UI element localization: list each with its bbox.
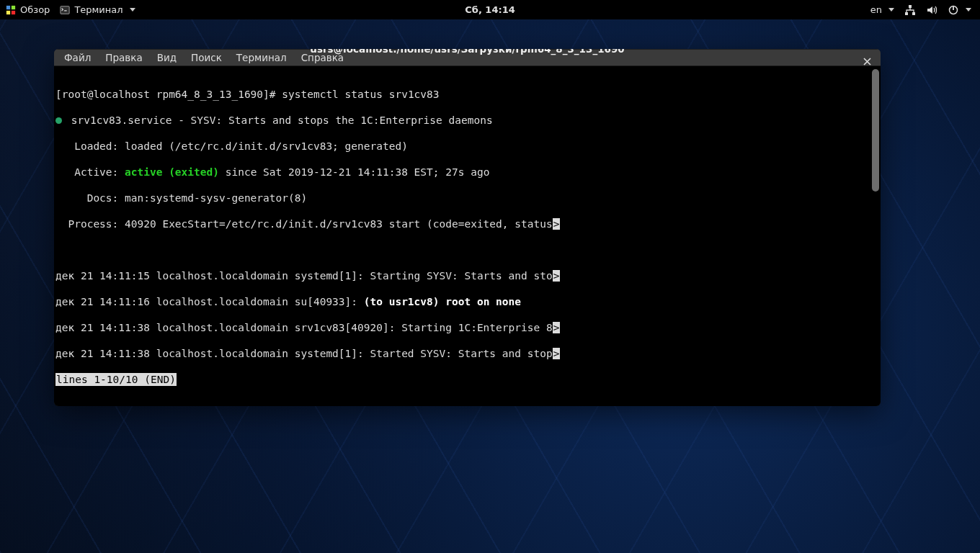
status-dot-icon	[55, 117, 62, 124]
svg-rect-0	[6, 5, 10, 9]
truncation-marker: >	[553, 218, 561, 230]
log-line-1: дек 21 14:11:15 localhost.localdomain sy…	[55, 270, 553, 282]
log-line-3: дек 21 14:11:38 localhost.localdomain sr…	[55, 322, 553, 333]
truncation-marker: >	[553, 270, 561, 282]
log-line-4: дек 21 14:11:38 localhost.localdomain sy…	[55, 348, 553, 359]
process-line: Process: 40920 ExecStart=/etc/rc.d/init.…	[55, 218, 553, 230]
menu-edit[interactable]: Правка	[98, 50, 149, 66]
svg-rect-7	[912, 12, 915, 15]
volume-icon	[926, 4, 937, 16]
chevron-down-icon	[888, 8, 894, 12]
chevron-down-icon	[966, 8, 971, 12]
activities-icon	[6, 5, 16, 15]
menu-terminal[interactable]: Терминал	[229, 50, 294, 66]
network-indicator[interactable]	[904, 4, 916, 16]
terminal-output: [root@localhost rpm64_8_3_13_1690]# syst…	[54, 66, 881, 406]
network-icon	[904, 4, 916, 16]
command: systemctl status srv1cv83	[282, 89, 439, 100]
app-menu[interactable]: Терминал	[60, 4, 135, 15]
keyboard-layout-indicator[interactable]: en	[870, 4, 894, 15]
svg-rect-5	[909, 5, 912, 8]
language-label: en	[870, 4, 882, 15]
app-menu-label: Терминал	[74, 4, 122, 15]
activities-label: Обзор	[20, 4, 50, 15]
scrollbar-thumb[interactable]	[872, 69, 879, 192]
volume-indicator[interactable]	[926, 4, 937, 16]
active-suffix: since Sat 2019-12-21 14:11:38 EST; 27s a…	[219, 166, 489, 178]
clock-label: Сб, 14:14	[465, 4, 514, 15]
svg-rect-6	[905, 12, 908, 15]
system-menu[interactable]	[948, 4, 971, 16]
terminal-app-icon	[60, 5, 70, 15]
activities-button[interactable]: Обзор	[6, 4, 50, 15]
loaded-line: Loaded: loaded (/etc/rc.d/init.d/srv1cv8…	[55, 140, 881, 153]
menu-search[interactable]: Поиск	[184, 50, 229, 66]
docs-line: Docs: man:systemd-sysv-generator(8)	[55, 192, 881, 204]
power-icon	[948, 4, 959, 16]
truncation-marker: >	[553, 348, 561, 359]
menu-view[interactable]: Вид	[150, 50, 184, 66]
unit-line: srv1cv83.service - SYSV: Starts and stop…	[71, 114, 493, 126]
svg-rect-3	[12, 10, 15, 14]
log-line-2-prefix: дек 21 14:11:16 localhost.localdomain su…	[55, 296, 364, 307]
log-line-2-bold: (to usr1cv8) root on none	[364, 296, 521, 307]
active-prefix: Active:	[55, 166, 125, 178]
menu-file[interactable]: Файл	[57, 50, 98, 66]
svg-rect-2	[6, 10, 10, 14]
close-icon	[863, 58, 871, 66]
chevron-down-icon	[130, 8, 135, 12]
prompt: [root@localhost rpm64_8_3_13_1690]#	[55, 89, 282, 100]
active-state: active (exited)	[125, 166, 219, 178]
clock[interactable]: Сб, 14:14	[465, 4, 514, 15]
window-titlebar[interactable]: usrs@localhost:/home/usrs/Загрузки/rpm64…	[54, 49, 881, 50]
window-title: usrs@localhost:/home/usrs/Загрузки/rpm64…	[310, 49, 624, 55]
desktop-topbar: Обзор Терминал Сб, 14:14 en	[0, 0, 980, 19]
svg-rect-1	[12, 5, 15, 9]
terminal-window: usrs@localhost:/home/usrs/Загрузки/rpm64…	[54, 49, 881, 406]
pager-status: lines 1-10/10 (END)	[55, 373, 177, 386]
terminal-viewport[interactable]: [root@localhost rpm64_8_3_13_1690]# syst…	[54, 66, 881, 406]
truncation-marker: >	[553, 322, 561, 333]
